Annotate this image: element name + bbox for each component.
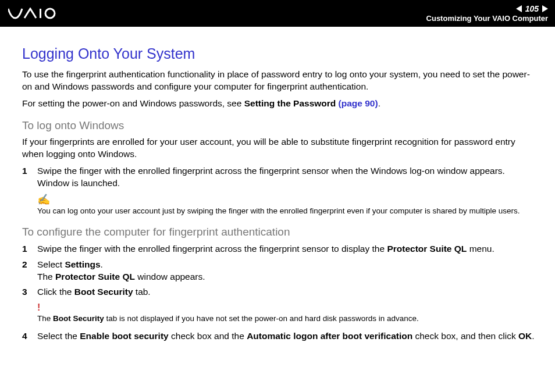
warning-text: The Boot Security tab is not displayed i… — [37, 313, 538, 324]
step-item: 3 Click the Boot Security tab. — [22, 286, 538, 298]
step-text: Select Settings. The Protector Suite QL … — [37, 259, 538, 283]
step-number: 4 — [22, 330, 37, 343]
text: . — [378, 98, 380, 108]
note-icon: ✍ — [37, 194, 538, 205]
ui-ref: Settings — [65, 259, 100, 269]
text: check box and the — [169, 331, 247, 341]
text: menu. — [467, 244, 494, 254]
intro-paragraph-2: For setting the power-on and Windows pas… — [22, 98, 538, 110]
text: tab. — [133, 287, 151, 297]
ui-ref: Protector Suite QL — [55, 272, 135, 281]
svg-rect-0 — [40, 9, 41, 18]
warning-block: ! The Boot Security tab is not displayed… — [37, 303, 538, 324]
ref-title: Setting the Password — [244, 98, 339, 108]
subheading-log-onto-windows: To log onto Windows — [22, 118, 538, 133]
step-item: 1 Swipe the finger with the enrolled fin… — [22, 243, 538, 255]
step-text: Click the Boot Security tab. — [37, 286, 538, 298]
header-right: 105 Customizing Your VAIO Computer — [426, 4, 548, 23]
subheading-configure-fingerprint: To configure the computer for fingerprin… — [22, 224, 538, 240]
step-number: 2 — [22, 259, 37, 283]
text: Swipe the finger with the enrolled finge… — [37, 244, 387, 254]
text: Select the — [37, 331, 80, 341]
vaio-logo-svg — [8, 8, 66, 19]
text: The — [37, 314, 53, 323]
step-item: 1 Swipe the finger with the enrolled fin… — [22, 165, 538, 190]
page-title: Logging Onto Your System — [22, 44, 538, 64]
text: For setting the power-on and Windows pas… — [22, 98, 244, 108]
page-content: Logging Onto Your System To use the fing… — [0, 27, 555, 358]
step-item: 2 Select Settings. The Protector Suite Q… — [22, 259, 538, 283]
vaio-logo — [8, 8, 66, 19]
step-item: 4 Select the Enable boot security check … — [22, 330, 538, 343]
text: Click the — [37, 287, 74, 297]
step-text: Swipe the finger with the enrolled finge… — [37, 243, 538, 255]
step-number: 1 — [22, 165, 37, 190]
prev-page-icon[interactable] — [516, 5, 522, 12]
warning-icon: ! — [37, 303, 538, 312]
text: tab is not displayed if you have not set… — [104, 314, 419, 323]
windows-intro: If your fingerprints are enrolled for yo… — [22, 136, 538, 161]
text: . — [101, 259, 103, 269]
text: The — [37, 272, 55, 281]
ui-ref: Enable boot security — [80, 331, 168, 341]
note-text: You can log onto your user account just … — [37, 206, 538, 216]
page-ref-link[interactable]: (page 90) — [339, 98, 378, 108]
step-text: Swipe the finger with the enrolled finge… — [37, 165, 538, 190]
text: window appears. — [135, 272, 205, 281]
page-navigation: 105 — [426, 4, 548, 14]
ui-ref: Boot Security — [53, 314, 104, 323]
note-block: ✍ You can log onto your user account jus… — [37, 194, 538, 216]
text: Select — [37, 259, 65, 269]
svg-point-1 — [45, 9, 55, 18]
intro-paragraph-1: To use the fingerprint authentication fu… — [22, 69, 538, 93]
step-text: Select the Enable boot security check bo… — [37, 330, 538, 343]
next-page-icon[interactable] — [542, 5, 548, 12]
configure-steps-continued: 4 Select the Enable boot security check … — [22, 330, 538, 343]
text: check box, and then click — [412, 331, 518, 341]
step-number: 1 — [22, 243, 37, 255]
page-number: 105 — [525, 4, 539, 14]
ui-ref: Automatic logon after boot verification — [247, 331, 412, 341]
step-number: 3 — [22, 286, 37, 298]
windows-steps: 1 Swipe the finger with the enrolled fin… — [22, 165, 538, 190]
header-bar: 105 Customizing Your VAIO Computer — [0, 0, 555, 27]
section-title: Customizing Your VAIO Computer — [426, 14, 548, 23]
text: . — [532, 331, 534, 341]
ui-ref: OK — [518, 331, 532, 341]
ui-ref: Protector Suite QL — [387, 244, 467, 254]
configure-steps: 1 Swipe the finger with the enrolled fin… — [22, 243, 538, 299]
ui-ref: Boot Security — [74, 287, 133, 297]
